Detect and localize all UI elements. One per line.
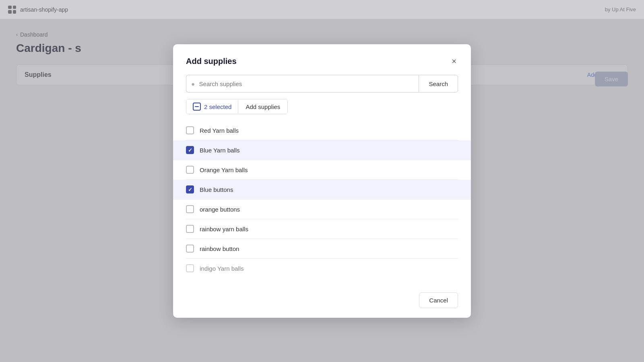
supply-checkbox[interactable]: ✓	[186, 185, 194, 193]
search-input[interactable]	[199, 80, 414, 87]
supply-name: Blue buttons	[200, 186, 233, 193]
cancel-button[interactable]: Cancel	[419, 292, 458, 308]
modal-close-button[interactable]: ×	[450, 56, 458, 67]
search-input-wrapper: ●	[186, 75, 419, 93]
indeterminate-line	[195, 106, 199, 107]
modal-body: ● Search 2 selected Add supplies Red Yar…	[173, 75, 471, 286]
supply-item[interactable]: orange buttons	[186, 200, 458, 219]
supply-item[interactable]: indigo Yarn balls	[186, 259, 458, 278]
supply-list: Red Yarn balls✓Blue Yarn ballsOrange Yar…	[186, 121, 458, 278]
checkbox-check-icon: ✓	[188, 148, 192, 153]
supply-name: rainbow button	[200, 245, 239, 252]
supply-checkbox[interactable]: ✓	[186, 146, 194, 154]
supply-name: rainbow yarn balls	[200, 226, 248, 232]
supply-checkbox[interactable]	[186, 205, 194, 213]
supply-checkbox[interactable]	[186, 264, 194, 272]
supply-name: indigo Yarn balls	[200, 265, 244, 272]
supply-checkbox[interactable]	[186, 166, 194, 174]
search-icon: ●	[191, 80, 196, 87]
indeterminate-checkbox-icon	[193, 103, 201, 111]
modal-footer: Cancel	[173, 286, 471, 318]
search-button[interactable]: Search	[419, 75, 458, 93]
supply-item[interactable]: ✓Blue buttons	[173, 180, 471, 200]
supply-item[interactable]: Red Yarn balls	[186, 121, 458, 140]
supply-item[interactable]: Orange Yarn balls	[186, 160, 458, 180]
selection-bar: 2 selected Add supplies	[186, 99, 288, 114]
search-row: ● Search	[186, 75, 458, 93]
supply-item[interactable]: rainbow button	[186, 239, 458, 259]
modal-overlay: Add supplies × ● Search 2 selected	[0, 0, 644, 362]
add-supplies-bar-button[interactable]: Add supplies	[238, 100, 287, 113]
supply-name: Red Yarn balls	[200, 127, 239, 134]
supply-name: orange buttons	[200, 206, 240, 213]
modal-header: Add supplies ×	[173, 44, 471, 75]
supply-item[interactable]: rainbow yarn balls	[186, 219, 458, 239]
supply-item[interactable]: ✓Blue Yarn balls	[173, 140, 471, 160]
modal-title: Add supplies	[186, 57, 237, 66]
selected-count-button[interactable]: 2 selected	[186, 99, 238, 114]
supply-checkbox[interactable]	[186, 225, 194, 233]
add-supplies-modal: Add supplies × ● Search 2 selected	[173, 44, 471, 318]
supply-name: Orange Yarn balls	[200, 167, 248, 173]
supply-checkbox[interactable]	[186, 245, 194, 253]
checkbox-check-icon: ✓	[188, 187, 192, 192]
selected-count-label: 2 selected	[204, 103, 231, 110]
supply-checkbox[interactable]	[186, 126, 194, 134]
supply-name: Blue Yarn balls	[200, 147, 240, 154]
